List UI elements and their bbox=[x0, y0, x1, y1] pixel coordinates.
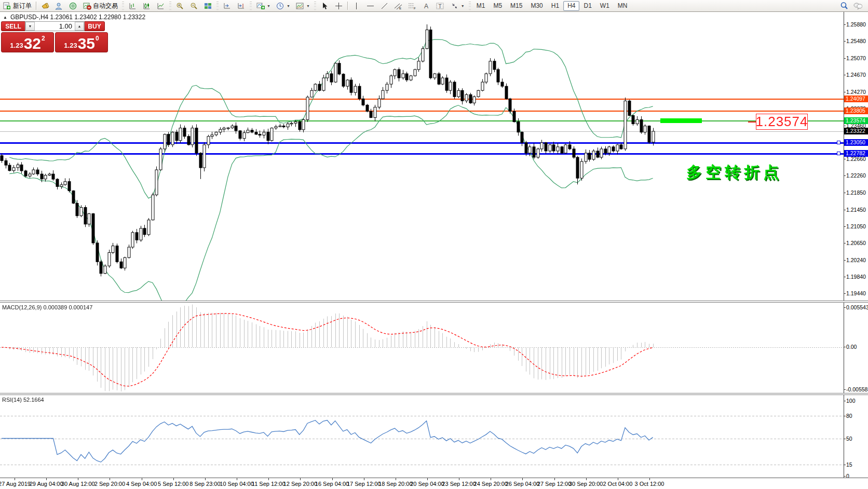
search-icon bbox=[839, 2, 848, 10]
svg-text:A: A bbox=[424, 3, 428, 10]
text-button[interactable]: A bbox=[419, 1, 433, 11]
bar-chart-icon bbox=[128, 2, 137, 10]
sell-price-prefix: 1.23 bbox=[10, 42, 23, 49]
macd-canvas[interactable] bbox=[0, 303, 844, 393]
buy-button[interactable]: BUY bbox=[85, 21, 105, 31]
zoom-in-button[interactable] bbox=[173, 1, 187, 11]
pane-splitter[interactable] bbox=[0, 301, 868, 303]
volume-input[interactable] bbox=[35, 22, 75, 31]
time-axis[interactable]: 27 Aug 201929 Aug 04:0030 Aug 12:002 Sep… bbox=[0, 478, 868, 489]
time-label: 29 Aug 04:00 bbox=[30, 481, 63, 487]
time-tick bbox=[173, 478, 174, 480]
arrows-button[interactable]: ▼ bbox=[447, 1, 467, 11]
macd-axis-max: 0.005543 bbox=[846, 304, 868, 310]
time-label: 4 Sep 04:00 bbox=[126, 481, 157, 487]
timeframe-button-mn[interactable]: MN bbox=[614, 1, 632, 11]
hline-selection-handle[interactable] bbox=[837, 152, 840, 155]
time-tick bbox=[110, 478, 110, 480]
community-button[interactable] bbox=[52, 1, 66, 11]
timeframe-button-m30[interactable]: M30 bbox=[526, 1, 547, 11]
chart-shift-button[interactable] bbox=[234, 1, 248, 11]
indicators-button[interactable]: ▼ bbox=[253, 1, 273, 11]
tile-windows-button[interactable] bbox=[201, 1, 215, 11]
autotrading-icon bbox=[83, 2, 91, 10]
templates-button[interactable]: ▼ bbox=[293, 1, 313, 11]
zoom-out-button[interactable] bbox=[187, 1, 201, 11]
price-badge: 1.23574 bbox=[844, 117, 868, 124]
timeframe-button-m5[interactable]: M5 bbox=[489, 1, 506, 11]
time-tick bbox=[300, 478, 301, 480]
time-label: 26 Sep 04:00 bbox=[506, 481, 539, 487]
timeframe-button-w1[interactable]: W1 bbox=[596, 1, 614, 11]
signals-button[interactable] bbox=[66, 1, 80, 11]
time-label: 5 Sep 12:00 bbox=[158, 481, 188, 487]
price-tick: 1.21050 bbox=[846, 223, 866, 229]
price-label-box[interactable]: 1.23574 bbox=[756, 114, 808, 130]
price-tick: 1.19440 bbox=[846, 290, 866, 296]
chat-button[interactable] bbox=[851, 1, 865, 11]
chat-icon bbox=[853, 2, 862, 10]
hline-selection-handle[interactable] bbox=[837, 141, 840, 144]
timeframe-button-h4[interactable]: H4 bbox=[563, 1, 579, 11]
time-tick bbox=[459, 478, 459, 480]
new-order-button[interactable]: 新订单 bbox=[0, 1, 34, 11]
candlestick-chart-button[interactable] bbox=[140, 1, 154, 11]
main-chart-canvas[interactable] bbox=[0, 12, 844, 301]
volume-spinner: ▼ ▲ bbox=[25, 21, 85, 31]
zoom-in-icon bbox=[175, 2, 184, 10]
auto-scroll-button[interactable] bbox=[220, 1, 234, 11]
horizontal-line-button[interactable] bbox=[363, 1, 377, 11]
autotrading-button[interactable]: 自动交易 bbox=[80, 1, 120, 11]
search-button[interactable] bbox=[837, 1, 851, 11]
timeframe-toolbar: M1M5M15M30H1H4D1W1MN bbox=[472, 1, 632, 11]
time-label: 11 Sep 12:00 bbox=[252, 481, 286, 487]
periods-button[interactable]: ▼ bbox=[273, 1, 293, 11]
time-tick bbox=[268, 478, 269, 480]
time-label: 27 Sep 12:00 bbox=[537, 481, 571, 487]
new-order-label: 新订单 bbox=[13, 2, 32, 10]
rsi-canvas[interactable] bbox=[0, 395, 844, 478]
channel-button[interactable]: E bbox=[391, 1, 405, 11]
cursor-button[interactable] bbox=[318, 1, 332, 11]
fibonacci-button[interactable]: F bbox=[405, 1, 419, 11]
turning-point-label[interactable]: 多空转折点 bbox=[686, 162, 782, 183]
toolbar-grip bbox=[469, 2, 471, 10]
vertical-line-button[interactable] bbox=[349, 1, 363, 11]
rsi-label: RSI(14) 52.1664 bbox=[2, 397, 44, 403]
time-tick bbox=[491, 478, 491, 480]
bar-chart-button[interactable] bbox=[126, 1, 140, 11]
time-label: 16 Sep 04:00 bbox=[315, 481, 349, 487]
sell-price-button[interactable]: 1.23 32 2 bbox=[1, 32, 54, 52]
time-label: 12 Sep 20:00 bbox=[283, 481, 317, 487]
buy-price-pip: 0 bbox=[96, 35, 99, 42]
sell-button[interactable]: SELL bbox=[1, 21, 25, 31]
volume-increase-button[interactable]: ▲ bbox=[75, 22, 84, 31]
horn-button[interactable] bbox=[38, 1, 52, 11]
price-axis[interactable]: 1.258801.254801.250701.246701.242701.238… bbox=[844, 12, 868, 478]
timeframe-button-m15[interactable]: M15 bbox=[506, 1, 526, 11]
price-tick: 1.20240 bbox=[846, 257, 866, 263]
macd-axis-zero: 0.00 bbox=[846, 344, 857, 350]
sell-price-main: 32 bbox=[24, 37, 41, 50]
timeframe-button-h1[interactable]: H1 bbox=[547, 1, 563, 11]
timeframe-button-d1[interactable]: D1 bbox=[579, 1, 595, 11]
time-label: 3 Oct 12:00 bbox=[635, 481, 664, 487]
price-badge: 1.24097 bbox=[844, 96, 868, 102]
buy-price-button[interactable]: 1.23 35 0 bbox=[55, 32, 108, 52]
time-tick bbox=[237, 478, 237, 480]
trendline-button[interactable] bbox=[377, 1, 391, 11]
pane-splitter[interactable] bbox=[0, 393, 868, 395]
horizontal-line-icon bbox=[366, 2, 375, 10]
rsi-axis-tick: 15 bbox=[846, 461, 852, 468]
crosshair-button[interactable] bbox=[332, 1, 346, 11]
time-tick bbox=[586, 478, 587, 480]
text-label-button[interactable]: T bbox=[433, 1, 447, 11]
green-highlight-zone[interactable] bbox=[660, 118, 702, 123]
timeframe-button-m1[interactable]: M1 bbox=[472, 1, 490, 11]
time-tick bbox=[427, 478, 428, 480]
volume-decrease-button[interactable]: ▼ bbox=[25, 22, 35, 31]
text-label-icon: T bbox=[436, 2, 445, 10]
price-badge: 1.23805 bbox=[844, 107, 868, 114]
new-order-icon bbox=[3, 2, 11, 10]
line-chart-button[interactable] bbox=[154, 1, 168, 11]
